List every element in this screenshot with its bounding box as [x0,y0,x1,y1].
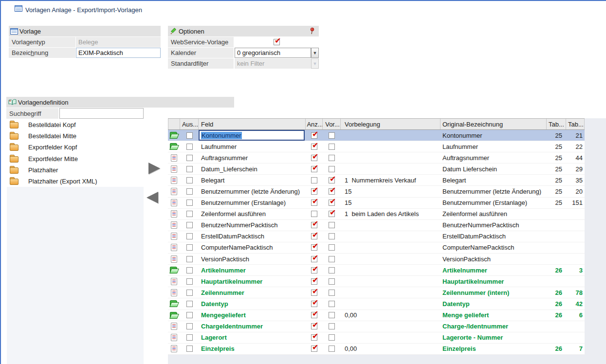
column-header-feld[interactable]: Feld [199,119,306,129]
table-row[interactable]: Zeilenformel ausführen1 beim Laden des A… [168,209,585,220]
anzeigen-checkbox[interactable] [311,301,317,307]
aus-checkbox[interactable] [186,166,193,172]
aus-checkbox[interactable] [186,132,193,139]
vorbelegung-checkbox[interactable] [329,244,335,251]
kalender-dropdown-arrow-icon[interactable]: ▼ [311,48,319,58]
vorbelegung-checkbox[interactable] [329,188,335,195]
table-row[interactable]: VersionPacktischVersionPacktisch [168,254,585,265]
anzeigen-checkbox[interactable] [311,323,317,329]
tree-item[interactable]: Exportfelder Mitte [7,153,106,164]
vorbelegung-checkbox[interactable] [329,256,335,262]
tree-item[interactable]: Exportfelder Kopf [7,142,106,153]
vorbelegung-checkbox[interactable] [329,155,335,161]
anzeigen-checkbox[interactable] [311,132,317,139]
aus-checkbox[interactable] [186,290,193,296]
column-header-icon[interactable] [168,119,180,129]
vorbelegung-checkbox[interactable] [329,278,335,285]
anzeigen-checkbox[interactable] [311,155,317,161]
anzeigen-checkbox[interactable] [311,166,317,172]
move-right-button[interactable] [148,163,160,174]
anzeigen-checkbox[interactable] [311,188,317,195]
tree-item[interactable]: Platzhalter (Export XML) [7,176,106,187]
anzeigen-checkbox[interactable] [311,312,317,318]
column-header-tab2[interactable]: Tab... [566,119,585,129]
aus-checkbox[interactable] [186,334,193,341]
anzeigen-checkbox[interactable] [311,222,317,228]
vorbelegung-checkbox[interactable] [329,132,335,139]
tree-item[interactable]: Bestelldatei Kopf [7,119,106,130]
anzeigen-checkbox[interactable] [311,177,317,183]
suchbegriff-input[interactable] [59,108,144,119]
tree-item[interactable]: Bestelldatei Mitte [7,130,106,142]
move-left-button[interactable] [147,192,158,203]
column-header-anz[interactable]: Anz... [306,119,323,129]
anzeigen-checkbox[interactable] [311,144,317,150]
pin-icon[interactable] [309,27,315,36]
aus-checkbox[interactable] [186,278,193,285]
table-row[interactable]: ComputerNamePacktischComputerNamePacktis… [168,242,585,254]
anzeigen-checkbox[interactable] [311,200,317,206]
table-row[interactable]: Belegart1 Nummernkreis VerkaufBelegart25… [168,175,585,186]
table-row[interactable]: ChargeIdentnummerCharge-/Identnummer [168,321,585,332]
aus-checkbox[interactable] [186,346,193,352]
aus-checkbox[interactable] [186,188,193,195]
anzeigen-checkbox[interactable] [311,267,317,273]
table-row[interactable]: AuftragsnummerAuftragsnummer2544 [168,152,585,164]
kalender-select[interactable]: 0 gregorianisch [235,48,311,58]
table-row[interactable]: ErstellDatumPacktischErstellDatumPacktis… [168,231,585,242]
vorbelegung-checkbox[interactable] [329,166,335,172]
table-row[interactable]: DatentypDatentyp2642 [168,298,585,309]
inline-edit-input[interactable]: Kontonummer [199,130,305,141]
aus-checkbox[interactable] [186,256,193,262]
aus-checkbox[interactable] [186,222,193,228]
anzeigen-checkbox[interactable] [311,256,317,262]
anzeigen-checkbox[interactable] [311,334,317,341]
anzeigen-checkbox[interactable] [311,244,317,251]
tree-item[interactable]: Platzhalter [7,164,106,176]
anzeigen-checkbox[interactable] [311,233,317,239]
table-row[interactable]: Benutzernummer (Erstanlage)15Benutzernum… [168,198,585,209]
vorbelegung-checkbox[interactable] [329,346,335,352]
table-row[interactable]: KontonummerKontonummer2521 [168,130,585,141]
vorbelegung-checkbox[interactable] [329,267,335,273]
column-header-vorbelegung[interactable]: Vorbelegung [341,119,441,129]
vorbelegung-checkbox[interactable] [329,323,335,329]
column-header-tab1[interactable]: Tab... [547,119,566,129]
column-header-aus[interactable]: Aus... [180,119,199,129]
table-row[interactable]: Einzelpreis0,00Einzelpreis267 [168,344,585,355]
anzeigen-checkbox[interactable] [311,278,317,285]
table-row[interactable]: BenutzerNummerPacktischBenutzerNummerPac… [168,220,585,231]
aus-checkbox[interactable] [186,200,193,206]
vorbelegung-checkbox[interactable] [329,211,335,217]
table-row[interactable]: HauptartikelnummerHauptartikelnummer [168,276,585,287]
aus-checkbox[interactable] [186,233,193,239]
aus-checkbox[interactable] [186,177,193,183]
anzeigen-checkbox[interactable] [311,290,317,296]
vorbelegung-checkbox[interactable] [329,144,335,150]
aus-checkbox[interactable] [186,267,193,273]
anzeigen-checkbox[interactable] [311,211,317,217]
table-row[interactable]: Benutzernummer (letzte Änderung)15Benutz… [168,186,585,197]
table-row[interactable]: Datum_LieferscheinDatum Lieferschein2529 [168,164,585,175]
anzeigen-checkbox[interactable] [311,346,317,352]
vorbelegung-checkbox[interactable] [329,177,335,183]
column-header-vor[interactable]: Vor... [323,119,341,129]
aus-checkbox[interactable] [186,144,193,150]
aus-checkbox[interactable] [186,211,193,217]
vorbelegung-checkbox[interactable] [329,301,335,307]
column-header-original-bezeichnung[interactable]: Original-Bezeichnung [441,119,547,129]
vorbelegung-checkbox[interactable] [329,222,335,228]
bezeichnung-input[interactable] [76,48,161,58]
vorbelegung-checkbox[interactable] [329,312,335,318]
vorbelegung-checkbox[interactable] [329,334,335,341]
vorbelegung-checkbox[interactable] [329,200,335,206]
table-row[interactable]: ArtikelnummerArtikelnummer263 [168,265,585,276]
table-row[interactable]: LagerortLagerorte - Nummer [168,332,585,344]
table-row[interactable]: ZeilennummerZeilennummer (intern)2678 [168,287,585,298]
vorbelegung-checkbox[interactable] [329,233,335,239]
aus-checkbox[interactable] [186,312,193,318]
webservice-checkbox[interactable] [274,39,280,45]
vorbelegung-checkbox[interactable] [329,290,335,296]
table-row[interactable]: LaufnummerLaufnummer2522 [168,141,585,152]
aus-checkbox[interactable] [186,155,193,161]
